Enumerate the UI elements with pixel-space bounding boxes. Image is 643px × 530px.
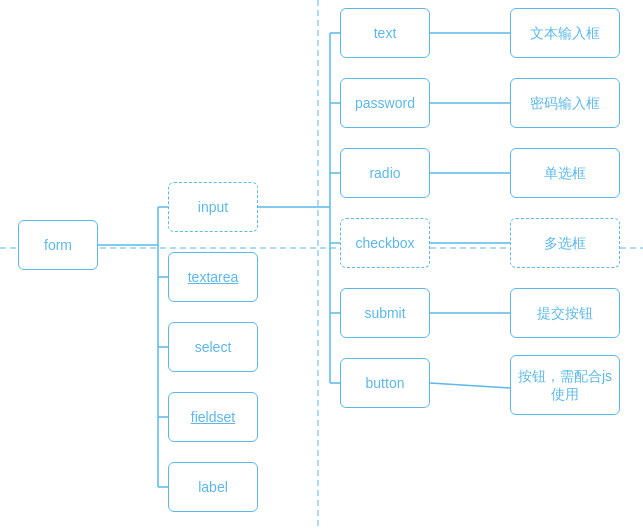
node-form-label: form [44, 236, 72, 254]
node-checkbox-desc-label: 多选框 [544, 234, 586, 252]
node-textarea-label: textarea [188, 268, 239, 286]
node-checkbox-desc: 多选框 [510, 218, 620, 268]
node-button-label: button [366, 374, 405, 392]
node-submit-desc: 提交按钮 [510, 288, 620, 338]
diagram: form input textarea select fieldset labe… [0, 0, 643, 530]
node-fieldset: fieldset [168, 392, 258, 442]
node-text-desc: 文本输入框 [510, 8, 620, 58]
node-radio-label: radio [369, 164, 400, 182]
node-submit: submit [340, 288, 430, 338]
node-radio-desc: 单选框 [510, 148, 620, 198]
node-input-label: input [198, 198, 228, 216]
node-radio-desc-label: 单选框 [544, 164, 586, 182]
node-select: select [168, 322, 258, 372]
node-checkbox: checkbox [340, 218, 430, 268]
node-button-desc-label: 按钮，需配合js 使用 [518, 367, 612, 403]
node-password-desc: 密码输入框 [510, 78, 620, 128]
node-password: password [340, 78, 430, 128]
node-label: label [168, 462, 258, 512]
node-radio: radio [340, 148, 430, 198]
node-button-desc: 按钮，需配合js 使用 [510, 355, 620, 415]
node-submit-desc-label: 提交按钮 [537, 304, 593, 322]
node-submit-label: submit [364, 304, 405, 322]
node-select-label: select [195, 338, 232, 356]
node-text-label: text [374, 24, 397, 42]
node-password-label: password [355, 94, 415, 112]
node-button: button [340, 358, 430, 408]
node-text: text [340, 8, 430, 58]
node-checkbox-label: checkbox [355, 234, 414, 252]
node-label-label: label [198, 478, 228, 496]
node-password-desc-label: 密码输入框 [530, 94, 600, 112]
node-form: form [18, 220, 98, 270]
node-text-desc-label: 文本输入框 [530, 24, 600, 42]
node-input: input [168, 182, 258, 232]
node-fieldset-label: fieldset [191, 408, 235, 426]
node-textarea: textarea [168, 252, 258, 302]
svg-line-20 [430, 383, 510, 388]
